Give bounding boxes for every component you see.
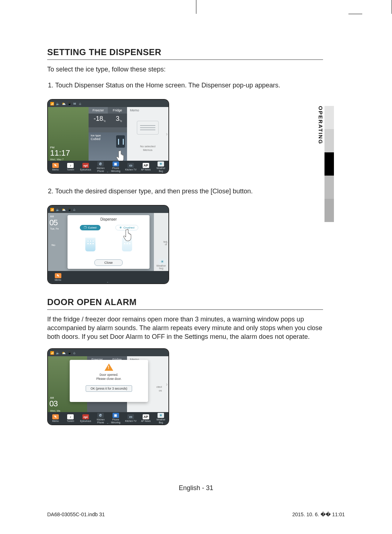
crushed-icon: ❄	[119, 226, 122, 229]
device-icon	[68, 102, 71, 105]
chevron-right-icon[interactable]: ›	[166, 381, 168, 387]
clock-date: Tue, Fe	[50, 227, 59, 230]
sound-icon	[56, 208, 60, 211]
rule	[47, 59, 323, 60]
home-icon	[73, 351, 77, 354]
clock-panel: AM 05 Tue, Fe No	[48, 213, 68, 271]
dock: ✎Memo • ◦	[48, 271, 168, 283]
clock-time: 05	[49, 218, 57, 227]
page-footer-left: DA68-03055C-01.indb 31	[47, 512, 105, 517]
option-cubed[interactable]: ❒Cubed	[72, 225, 109, 251]
ok-button[interactable]: OK (press it for 3 seconds)	[86, 385, 132, 392]
clock-panel: PM 11:17 Wed, May 7	[48, 107, 89, 161]
weather-icon	[62, 351, 65, 354]
heading-setting-dispenser: SETTING THE DISPENSER	[47, 47, 323, 57]
chevron-right-icon[interactable]: ›	[166, 131, 168, 137]
memo-label: Memo	[127, 107, 168, 114]
screenshot-dispenser-popup: AM 05 Tue, Fe No Dispenser ❒Cubed ❄Crush…	[47, 205, 169, 284]
intro-text: To select the ice type, follow these ste…	[47, 65, 323, 74]
door-open-popup: Door opened. Please close door. OK (pres…	[70, 360, 148, 402]
door-alarm-body: If the fridge / freezer door remains ope…	[47, 315, 323, 341]
ice-glass-icon: ❙❙	[116, 135, 125, 148]
truncated-text: No	[52, 243, 55, 247]
weather-icon	[62, 208, 65, 211]
step-1: Touch Dispenser Status on the Home scree…	[55, 81, 323, 90]
touch-hand-icon	[115, 149, 128, 162]
home-icon	[73, 208, 77, 211]
clock-date: Wed, May 7	[50, 158, 64, 161]
memo-panel[interactable]: Memo No selected Memos ›	[127, 107, 168, 161]
warning-icon	[105, 363, 113, 371]
memo-icon	[137, 121, 159, 135]
truncated-text: ctedos	[156, 385, 162, 393]
close-button[interactable]: Close	[94, 259, 123, 266]
wifi-icon	[50, 208, 54, 211]
steps-list-2: Touch the desired dispenser type, and th…	[47, 187, 323, 196]
dock-pager: • ◦	[48, 171, 168, 173]
weather-bug-icon[interactable]: ☀	[158, 259, 166, 264]
memo-panel-edge: › tedot ☀ Weather bug	[154, 213, 168, 271]
rule	[47, 309, 323, 310]
fridge-status-panel[interactable]: Freezer Fridge -18°c 3°c Ice type Cubed …	[89, 107, 127, 161]
clock-date: Wed, Ma	[50, 410, 60, 412]
memo-empty-text: No selected Memos	[127, 145, 168, 152]
home-icon	[79, 102, 83, 105]
wifi-icon	[50, 351, 54, 354]
popup-message: Door opened. Please close door.	[70, 373, 148, 381]
heading-door-open-alarm: DOOR OPEN ALARM	[47, 297, 323, 307]
step-2: Touch the desired dispenser type, and th…	[55, 187, 323, 196]
dock: ✎Memo ♪TuneIn epiEpicurious ✆KitchenPhon…	[48, 161, 168, 173]
screenshot-home-dispenser: PM 11:17 Wed, May 7 Freezer Fridge -18°c…	[47, 99, 169, 174]
dock-pager: • ◦	[48, 281, 168, 283]
popup-title: Dispenser	[68, 215, 150, 225]
tab-fridge[interactable]: Fridge	[108, 107, 127, 114]
status-bar	[48, 349, 168, 356]
sound-icon	[56, 351, 60, 354]
page-footer-center: English - 31	[0, 484, 392, 492]
dock-pager: • ◦	[48, 422, 168, 424]
status-bar	[48, 206, 168, 213]
tab-freezer[interactable]: Freezer	[89, 107, 108, 114]
dispenser-popup: Dispenser ❒Cubed ❄Crushed Close	[68, 215, 150, 269]
clock-ampm: AM	[50, 215, 54, 218]
device-icon	[68, 351, 71, 354]
truncated-text: tedot	[163, 241, 167, 246]
side-tab-index	[324, 106, 334, 222]
sound-icon	[56, 102, 60, 105]
ice-type-button[interactable]: Ice type Cubed ❙❙	[89, 132, 127, 161]
dock: ✎Memo ♪TuneIn epiEpicurious ✆KitchenPhon…	[48, 412, 168, 424]
screenshot-door-open-alarm: AM 03 Wed, Ma Freezer Fridge Memo › cted…	[47, 348, 169, 425]
touch-hand-icon	[123, 227, 135, 242]
clock-time: 03	[49, 399, 57, 408]
temperature-readout: -18°c 3°c	[89, 114, 127, 127]
page-footer-right: 2015. 10. 6. �� 11:01	[292, 512, 345, 517]
clock-time: 11:17	[50, 148, 70, 158]
cube-icon: ❒	[84, 226, 86, 229]
wifi-icon	[50, 102, 54, 105]
message-icon	[73, 102, 77, 105]
steps-list: Touch Dispenser Status on the Home scree…	[47, 81, 323, 90]
clock-ampm: AM	[50, 397, 54, 399]
weather-icon	[62, 102, 65, 105]
device-icon	[68, 208, 71, 211]
weather-bug-label: Weather bug	[155, 264, 168, 270]
status-bar	[48, 100, 168, 107]
